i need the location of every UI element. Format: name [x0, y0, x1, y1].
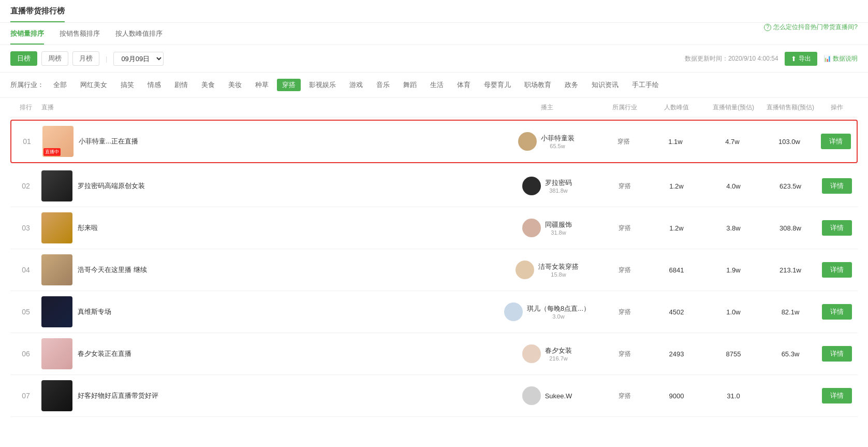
peak-viewers-value: 9000 [651, 392, 702, 400]
anchor-name: 洁哥女装穿搭 [538, 262, 579, 271]
anchor-info: 同疆服饰 31.8w [495, 219, 599, 237]
anchor-detail: 春夕女装 216.7w [545, 346, 572, 362]
tag-chuanbo[interactable]: 穿搭 [277, 79, 301, 91]
industry-tag-cell: 穿搭 [599, 308, 651, 316]
table-row: 04 浩哥今天在这里播 继续 洁哥女装穿搭 15.8w 穿搭 6841 1.9w… [10, 249, 858, 291]
live-title: 罗拉密码高端原创女装 [78, 181, 145, 191]
live-thumbnail: 直播中 [42, 126, 73, 157]
industry-filter-label: 所属行业： [10, 79, 44, 90]
anchor-info: 小菲特童装 65.5w [494, 132, 598, 151]
sales-count-value: 31.0 [702, 392, 764, 400]
live-thumbnail [41, 380, 72, 411]
industry-tag-cell: 穿搭 [599, 266, 651, 275]
tag-meishi[interactable]: 美食 [196, 79, 220, 91]
toolbar-right: 数据更新时间：2020/9/10 4:00:54 ⬆ 导出 📊 数据说明 [685, 52, 858, 66]
monthly-btn[interactable]: 月榜 [72, 51, 99, 66]
date-select[interactable]: 09月09日 09月08日 09月07日 [113, 52, 164, 66]
tag-qinggan[interactable]: 情感 [142, 79, 166, 91]
industry-tag-cell: 穿搭 [599, 350, 651, 358]
th-rank: 排行 [10, 103, 41, 112]
tag-shougong[interactable]: 手工手绘 [627, 79, 664, 91]
peak-viewers-value: 1.1w [650, 138, 701, 146]
anchor-avatar [522, 386, 541, 405]
tag-zhishi[interactable]: 知识资讯 [586, 79, 624, 91]
rank-number: 03 [10, 224, 41, 232]
anchor-detail: 洁哥女装穿搭 15.8w [538, 262, 579, 278]
peak-viewers-value: 1.2w [651, 182, 702, 190]
detail-button[interactable]: 详情 [821, 134, 851, 149]
anchor-info: Sukee.W [495, 386, 599, 405]
tag-shenghuo[interactable]: 生活 [425, 79, 449, 91]
detail-action: 详情 [815, 134, 857, 149]
sales-count-value: 4.7w [701, 138, 763, 146]
detail-button[interactable]: 详情 [822, 262, 852, 278]
tag-muying[interactable]: 母婴育儿 [479, 79, 516, 91]
tag-yingshi[interactable]: 影视娱乐 [304, 79, 341, 91]
table-row: 02 罗拉密码高端原创女装 罗拉密码 381.8w 穿搭 1.2w 4.0w 6… [10, 165, 858, 207]
tag-wudao[interactable]: 舞蹈 [398, 79, 422, 91]
tabs-section: 按销量排序 按销售额排序 按人数峰值排序 ? 怎么定位抖音热门带货直播间? [0, 23, 868, 45]
rank-number: 01 [11, 137, 42, 146]
tab-peak-viewers[interactable]: 按人数峰值排序 [115, 29, 163, 45]
live-thumbnail [41, 338, 72, 369]
export-button[interactable]: ⬆ 导出 [785, 52, 817, 66]
tag-zhongcao[interactable]: 种草 [250, 79, 274, 91]
sales-count-value: 4.0w [702, 182, 764, 190]
detail-button[interactable]: 详情 [822, 220, 852, 236]
table-header: 排行 直播 播主 所属行业 人数峰值 直播销量(预估) 直播销售额(预估) 操作 [10, 98, 858, 118]
live-info: 好客好物好店直播带货好评 [41, 380, 495, 411]
weekly-btn[interactable]: 周榜 [41, 51, 68, 66]
tag-meizhuan[interactable]: 美妆 [223, 79, 247, 91]
table-row: 06 春夕女装正在直播 春夕女装 216.7w 穿搭 2493 8755 65.… [10, 333, 858, 375]
table-row: 03 彤来啦 同疆服饰 31.8w 穿搭 1.2w 3.8w 308.8w 详情 [10, 207, 858, 249]
detail-action: 详情 [816, 262, 858, 278]
tag-yinyue[interactable]: 音乐 [371, 79, 395, 91]
page-title: 直播带货排行榜 [10, 6, 65, 22]
anchor-avatar [504, 302, 523, 321]
tag-all[interactable]: 全部 [48, 79, 72, 91]
detail-action: 详情 [816, 178, 858, 194]
tag-youxi[interactable]: 游戏 [344, 79, 368, 91]
tag-zhengwu[interactable]: 政务 [560, 79, 583, 91]
live-title: 彤来啦 [78, 223, 98, 233]
live-info: 真维斯专场 [41, 296, 495, 327]
tab-sales-amount[interactable]: 按销售额排序 [60, 29, 100, 45]
anchor-info: 春夕女装 216.7w [495, 344, 599, 363]
question-icon: ? [764, 24, 771, 31]
data-update-time: 数据更新时间：2020/9/10 4:00:54 [685, 54, 778, 63]
detail-action: 详情 [816, 388, 858, 403]
detail-button[interactable]: 详情 [822, 388, 852, 403]
th-action: 操作 [816, 103, 858, 112]
industry-tag-cell: 穿搭 [599, 392, 651, 400]
tag-gaoxiao[interactable]: 搞笑 [115, 79, 139, 91]
th-sales-amount: 直播销售额(预估) [764, 103, 816, 112]
detail-button[interactable]: 详情 [822, 346, 852, 362]
data-explain-link[interactable]: 📊 数据说明 [823, 54, 858, 63]
tag-tiyu[interactable]: 体育 [452, 79, 476, 91]
anchor-detail: 同疆服饰 31.8w [545, 220, 572, 236]
live-info: 浩哥今天在这里播 继续 [41, 254, 495, 285]
detail-button[interactable]: 详情 [822, 178, 852, 194]
daily-btn[interactable]: 日榜 [10, 51, 37, 66]
tag-wanghong[interactable]: 网红美女 [75, 79, 112, 91]
live-info: 彤来啦 [41, 212, 495, 243]
detail-button[interactable]: 详情 [822, 304, 852, 320]
tag-zhichang[interactable]: 职场教育 [519, 79, 556, 91]
anchor-name: 同疆服饰 [545, 220, 572, 229]
anchor-detail: 罗拉密码 381.8w [545, 178, 572, 194]
tab-sales-count[interactable]: 按销量排序 [10, 29, 44, 45]
live-info: 罗拉密码高端原创女装 [41, 170, 495, 201]
sales-count-value: 1.0w [702, 308, 764, 316]
help-link[interactable]: ? 怎么定位抖音热门带货直播间? [764, 23, 858, 32]
sales-amount-value: 65.3w [764, 350, 816, 358]
table-row: 01 直播中 小菲特童...正在直播 小菲特童装 65.5w 穿搭 1.1w 4… [10, 120, 858, 163]
sales-amount-value: 213.1w [764, 266, 816, 274]
industry-tags: 全部 网红美女 搞笑 情感 剧情 美食 美妆 种草 穿搭 影视娱乐 游戏 音乐 … [48, 79, 664, 91]
tag-juqing[interactable]: 剧情 [169, 79, 193, 91]
live-title: 小菲特童...正在直播 [79, 137, 138, 146]
anchor-detail: 小菲特童装 65.5w [541, 134, 575, 149]
th-anchor: 播主 [495, 103, 599, 112]
sales-amount-value: 623.5w [764, 182, 816, 190]
sales-count-value: 3.8w [702, 224, 764, 232]
peak-viewers-value: 1.2w [651, 224, 702, 232]
